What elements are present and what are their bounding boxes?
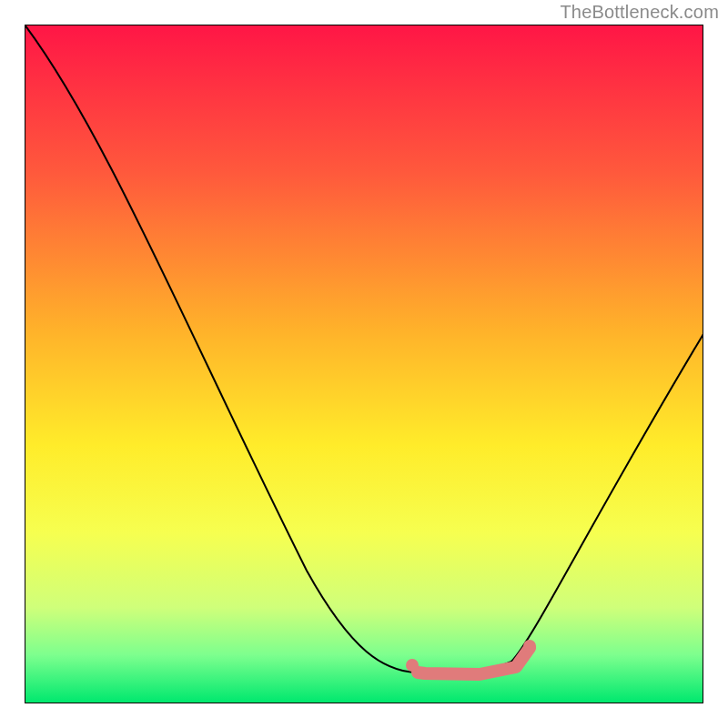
bottleneck-curve [25, 25, 703, 673]
chart-canvas: TheBottleneck.com [0, 0, 728, 728]
marker-right [523, 640, 536, 652]
chart-svg [25, 25, 703, 703]
attribution-text: TheBottleneck.com [560, 2, 719, 23]
bottom-highlight-segment [418, 648, 530, 674]
marker-left [406, 659, 419, 672]
